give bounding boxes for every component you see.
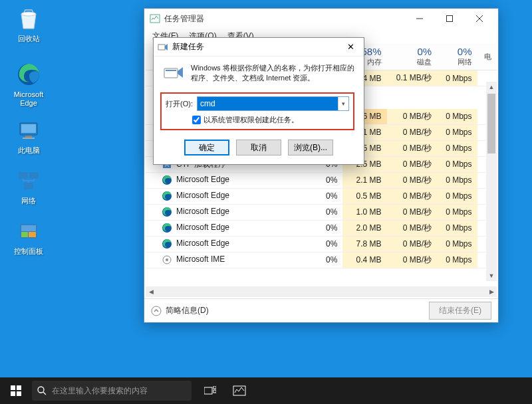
admin-checkbox[interactable] — [192, 116, 201, 124]
process-name: Microsoft Edge — [176, 175, 229, 184]
scroll-down-icon[interactable]: ▼ — [486, 270, 497, 281]
start-button[interactable] — [0, 377, 32, 404]
control-panel-icon — [15, 218, 42, 245]
edge-icon — [162, 207, 172, 217]
cell-disk: 0 MB/秒 — [387, 236, 438, 252]
process-name: Microsoft Edge — [176, 239, 229, 248]
task-view-button[interactable] — [196, 377, 225, 404]
cell-memory: 2.0 MB — [342, 220, 386, 236]
dropdown-arrow-icon[interactable]: ▾ — [338, 97, 348, 110]
desktop-icon-network[interactable]: 网络 — [5, 167, 52, 205]
dialog-titlebar[interactable]: 新建任务 ✕ — [154, 38, 364, 56]
cell-disk: 0.1 MB/秒 — [387, 70, 438, 86]
end-task-button[interactable]: 结束任务(E) — [429, 302, 491, 320]
cell-memory: 2.1 MB — [342, 172, 386, 188]
edge-icon — [162, 191, 172, 201]
dialog-close-button[interactable]: ✕ — [341, 39, 360, 55]
cell-network: 0 Mbps — [437, 236, 477, 252]
cell-cpu: 0% — [319, 252, 342, 268]
cell-network: 0 Mbps — [437, 252, 477, 268]
cell-name: Microsoft IME — [146, 252, 319, 268]
process-name: Microsoft Edge — [176, 207, 229, 216]
taskbar-search[interactable]: 在这里输入你要搜索的内容 — [32, 381, 192, 401]
cell-network: 0 Mbps — [437, 172, 477, 188]
admin-checkbox-row[interactable]: 以系统管理权限创建此任务。 — [192, 115, 349, 125]
cell-disk: 0 MB/秒 — [387, 188, 438, 204]
svg-rect-35 — [17, 391, 21, 396]
table-row[interactable]: Microsoft Edge0%2.0 MB0 MB/秒0 Mbps — [146, 220, 497, 236]
desktop-icon-label: 回收站 — [5, 35, 52, 43]
cell-disk: 0 MB/秒 — [387, 172, 438, 188]
horizontal-scrollbar[interactable]: ◀ ▶ — [146, 286, 497, 297]
cell-name: Microsoft Edge — [146, 188, 319, 204]
cell-memory: 1.0 MB — [342, 204, 386, 220]
command-combobox[interactable]: ▾ — [197, 96, 349, 111]
desktop-icon-recycle[interactable]: 回收站 — [5, 5, 52, 43]
edge-icon — [162, 223, 172, 233]
close-button[interactable] — [464, 9, 494, 28]
browse-button[interactable]: 浏览(B)... — [288, 140, 333, 155]
cell-name: Microsoft Edge — [146, 204, 319, 220]
table-row[interactable]: Microsoft Edge0%1.0 MB0 MB/秒0 Mbps — [146, 204, 497, 220]
scroll-thumb[interactable] — [487, 94, 495, 153]
cell-disk: 0 MB/秒 — [387, 252, 438, 268]
col-power[interactable]: 电 — [477, 43, 497, 70]
scroll-left-icon[interactable]: ◀ — [146, 286, 156, 297]
svg-rect-40 — [213, 390, 216, 393]
svg-rect-8 — [24, 183, 33, 189]
cell-disk: 0 MB/秒 — [387, 156, 438, 172]
fewer-details-toggle[interactable]: 简略信息(D) — [151, 305, 209, 316]
vertical-scrollbar[interactable]: ▲ ▼ — [486, 82, 497, 281]
scroll-up-icon[interactable]: ▲ — [486, 82, 497, 92]
cell-disk: 0 MB/秒 — [387, 220, 438, 236]
command-input[interactable] — [198, 97, 338, 110]
cell-network: 0 Mbps — [437, 70, 477, 86]
cell-cpu: 0% — [319, 188, 342, 204]
taskbar: 在这里输入你要搜索的内容 — [0, 377, 532, 404]
cell-memory: 0.4 MB — [342, 252, 386, 268]
svg-rect-5 — [23, 138, 35, 139]
svg-rect-15 — [446, 16, 452, 22]
svg-rect-39 — [213, 386, 216, 389]
cell-disk: 0 MB/秒 — [387, 109, 438, 125]
taskmgr-icon — [150, 13, 160, 24]
svg-rect-11 — [21, 232, 28, 237]
scroll-right-icon[interactable]: ▶ — [486, 286, 497, 297]
task-view-icon — [204, 386, 216, 395]
desktop-icon-edge[interactable]: MicrosoftEdge — [5, 61, 52, 108]
run-dialog-icon — [163, 63, 184, 84]
cancel-button[interactable]: 取消 — [236, 140, 281, 155]
table-row[interactable]: Microsoft Edge0%7.8 MB0 MB/秒0 Mbps — [146, 236, 497, 252]
cell-network: 0 Mbps — [437, 220, 477, 236]
dialog-description: Windows 将根据你所键入的名称，为你打开相应的程序、文件夹、文档或 Int… — [191, 63, 354, 84]
cell-network: 0 Mbps — [437, 156, 477, 172]
ok-button[interactable]: 确定 — [184, 140, 229, 155]
titlebar[interactable]: 任务管理器 — [144, 9, 498, 29]
window-title: 任务管理器 — [164, 13, 204, 25]
edge-icon — [15, 61, 42, 88]
cell-cpu: 0% — [319, 220, 342, 236]
cell-network: 0 Mbps — [437, 188, 477, 204]
table-row[interactable]: Microsoft Edge0%0.5 MB0 MB/秒0 Mbps — [146, 188, 497, 204]
maximize-button[interactable] — [434, 9, 464, 28]
minimize-button[interactable] — [404, 9, 434, 28]
cell-cpu: 0% — [319, 204, 342, 220]
svg-rect-3 — [21, 124, 36, 133]
svg-rect-10 — [21, 225, 36, 231]
svg-point-27 — [166, 258, 168, 261]
col-disk[interactable]: 0%磁盘 — [387, 43, 438, 70]
desktop-icon-label: 网络 — [5, 197, 52, 205]
table-row[interactable]: Microsoft IME0%0.4 MB0 MB/秒0 Mbps — [146, 252, 497, 268]
desktop-icon-thispc[interactable]: 此电脑 — [5, 117, 52, 155]
table-row[interactable]: Microsoft Edge0%2.1 MB0 MB/秒0 Mbps — [146, 172, 497, 188]
fewer-details-label: 简略信息(D) — [166, 305, 209, 316]
search-placeholder: 在这里输入你要搜索的内容 — [52, 385, 148, 397]
open-label: 打开(O): — [166, 99, 193, 109]
desktop-icon-control[interactable]: 控制面板 — [5, 218, 52, 256]
task-manager-footer: 简略信息(D) 结束任务(E) — [144, 298, 498, 322]
col-network[interactable]: 0%网络 — [437, 43, 477, 70]
svg-point-28 — [152, 306, 161, 316]
svg-line-37 — [43, 392, 46, 395]
run-icon — [158, 42, 168, 52]
taskbar-app[interactable] — [225, 377, 254, 404]
